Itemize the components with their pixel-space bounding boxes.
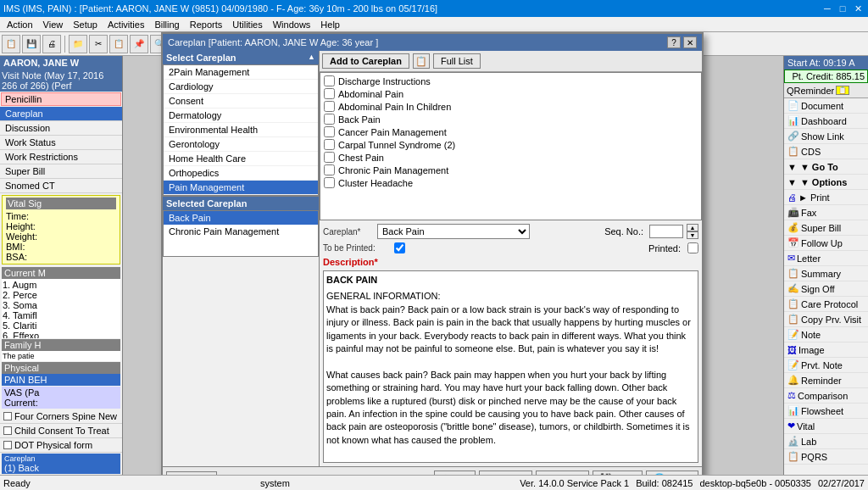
careplan-select[interactable]: Back Pain	[377, 224, 530, 239]
checkbox-corners[interactable]	[3, 412, 12, 420]
careplan-list-item-pain-mgmt[interactable]: Pain Management	[164, 181, 318, 195]
checkbox-cancer[interactable]	[324, 126, 335, 137]
checkbox-item-chest[interactable]: Chest Pain	[322, 151, 699, 164]
checkbox-item-carpal[interactable]: Carpal Tunnel Syndrome (2)	[322, 138, 699, 151]
seq-up-btn[interactable]: ▲	[687, 224, 698, 231]
checkbox-item-cancer[interactable]: Cancer Pain Management	[322, 125, 699, 138]
right-item-showlink[interactable]: 🔗 Show Link	[784, 129, 868, 144]
bottom-sidebar-item-corners[interactable]: Four Corners Spine New	[0, 409, 122, 424]
selected-careplan-list[interactable]: Back Pain Chronic Pain Management	[163, 210, 319, 257]
checkbox-abdominal-children[interactable]	[324, 101, 335, 112]
checkbox-item-abdominal[interactable]: Abdominal Pain	[322, 87, 699, 100]
checkbox-consent[interactable]	[3, 426, 12, 435]
right-item-fax[interactable]: 📠 Fax	[784, 205, 868, 220]
right-item-superbill[interactable]: 💰 Super Bill	[784, 220, 868, 236]
careplan-list-item-cardiology[interactable]: Cardiology	[164, 80, 318, 94]
careplan-list-item-home-health[interactable]: Home Health Care	[164, 152, 318, 166]
checkbox-chest[interactable]	[324, 152, 335, 163]
right-item-care-protocol[interactable]: 📋 Care Protocol	[784, 297, 868, 312]
right-item-comparison[interactable]: ⚖ Comparison	[784, 388, 868, 404]
menu-utilities[interactable]: Utilities	[227, 19, 267, 31]
sidebar-item-super-bill[interactable]: Super Bill	[0, 164, 122, 179]
careplan-list-item-env-health[interactable]: Environmental Health	[164, 123, 318, 137]
right-item-reminder[interactable]: 🔔 Reminder	[784, 373, 868, 388]
checkbox-item-discharge[interactable]: Discharge Instructions	[322, 75, 699, 87]
menu-help[interactable]: Help	[315, 19, 345, 31]
right-item-flowsheet[interactable]: 📊 Flowsheet	[784, 404, 868, 419]
selected-item-backpain[interactable]: Back Pain	[164, 211, 318, 225]
toolbar-btn-3[interactable]: 🖨	[42, 35, 61, 53]
checkbox-carpal[interactable]	[324, 139, 335, 150]
careplan-list[interactable]: 2Pain Management Cardiology Consent Derm…	[163, 64, 319, 196]
sidebar-item-discussion[interactable]: Discussion	[0, 121, 122, 136]
minimize-button[interactable]: ─	[821, 2, 834, 15]
menu-windows[interactable]: Windows	[268, 19, 316, 31]
printed-checkbox[interactable]	[687, 242, 698, 253]
right-item-dashboard[interactable]: 📊 Dashboard	[784, 114, 868, 129]
bottom-sidebar-item-dot[interactable]: DOT Physical form	[0, 438, 122, 453]
seq-no-input[interactable]	[649, 225, 683, 238]
right-item-letter[interactable]: ✉ Letter	[784, 251, 868, 266]
sidebar-item-work-status[interactable]: Work Status	[0, 136, 122, 150]
right-item-goto[interactable]: ▼ ▼ Go To	[784, 159, 868, 175]
selected-item-chronic[interactable]: Chronic Pain Management	[164, 225, 318, 238]
checkbox-dot[interactable]	[3, 441, 12, 449]
toolbar-btn-6[interactable]: 📋	[109, 35, 128, 53]
checkbox-discharge[interactable]	[324, 75, 335, 86]
right-item-signoff[interactable]: ✍ Sign Off	[784, 281, 868, 297]
full-list-button[interactable]: Full List	[433, 53, 481, 69]
seq-down-btn[interactable]: ▼	[687, 231, 698, 239]
checkbox-cluster[interactable]	[324, 177, 335, 188]
sidebar-item-snomed[interactable]: Snomed CT	[0, 179, 122, 193]
maximize-button[interactable]: □	[836, 2, 849, 15]
fax-icon: 📠	[787, 207, 799, 218]
sidebar-item-careplan[interactable]: Careplan	[0, 107, 122, 121]
right-item-vital[interactable]: ❤ Vital	[784, 419, 868, 434]
right-item-image[interactable]: 🖼 Image	[784, 342, 868, 358]
right-item-copy-prv[interactable]: 📋 Copy Prv. Visit	[784, 312, 868, 327]
right-item-note[interactable]: 📝 Note	[784, 327, 868, 342]
menu-reports[interactable]: Reports	[185, 19, 228, 31]
right-item-cds[interactable]: 📋 CDS	[784, 144, 868, 159]
menu-billing[interactable]: Billing	[149, 19, 184, 31]
checkbox-chronic[interactable]	[324, 164, 335, 175]
checkbox-item-cluster[interactable]: Cluster Headache	[322, 176, 699, 189]
careplan-list-item-orthopedics[interactable]: Orthopedics	[164, 166, 318, 181]
careplan-list-item-2pain[interactable]: 2Pain Management	[164, 65, 318, 80]
menu-setup[interactable]: Setup	[68, 19, 103, 31]
toolbar-btn-4[interactable]: 📁	[69, 35, 87, 53]
menu-action[interactable]: Action	[2, 19, 38, 31]
right-item-options[interactable]: ▼ ▼ Options	[784, 175, 868, 190]
checkbox-item-chronic[interactable]: Chronic Pain Management	[322, 164, 699, 176]
careplan-list-item-dermatology[interactable]: Dermatology	[164, 109, 318, 123]
toolbar-btn-2[interactable]: 💾	[22, 35, 41, 53]
right-item-print[interactable]: 🖨 ► Print	[784, 190, 868, 205]
qreminder[interactable]: QReminder 📋	[784, 83, 868, 98]
checkbox-backpain[interactable]	[324, 114, 335, 125]
close-button[interactable]: ✕	[851, 2, 865, 15]
add-careplan-icon[interactable]: 📋	[413, 53, 430, 69]
add-to-careplan-button[interactable]: Add to Careplan	[322, 53, 409, 69]
careplan-list-item-consent[interactable]: Consent	[164, 94, 318, 109]
checkbox-item-abdominal-children[interactable]: Abdominal Pain In Children	[322, 100, 699, 113]
menu-view[interactable]: View	[38, 19, 69, 31]
checkbox-item-backpain[interactable]: Back Pain	[322, 113, 699, 125]
careplan-list-item-gerontology[interactable]: Gerontology	[164, 137, 318, 152]
right-item-document[interactable]: 📄 Document	[784, 98, 868, 114]
right-item-prvt-note[interactable]: 📝 Prvt. Note	[784, 358, 868, 373]
right-item-lab[interactable]: 🔬 Lab	[784, 434, 868, 449]
right-item-pqrs[interactable]: 📋 PQRS	[784, 449, 868, 465]
to-be-printed-checkbox[interactable]	[394, 242, 405, 253]
lab-icon: 🔬	[787, 436, 799, 447]
toolbar-btn-7[interactable]: 📌	[130, 35, 148, 53]
bottom-sidebar-item-consent[interactable]: Child Consent To Treat	[0, 424, 122, 438]
modal-help-button[interactable]: ?	[667, 36, 681, 48]
sidebar-item-work-restrictions[interactable]: Work Restrictions	[0, 150, 122, 164]
right-item-followup[interactable]: 📅 Follow Up	[784, 236, 868, 251]
modal-close-x-button[interactable]: ✕	[683, 36, 697, 48]
toolbar-btn-1[interactable]: 📋	[2, 35, 20, 53]
checkbox-abdominal[interactable]	[324, 88, 335, 99]
menu-activities[interactable]: Activities	[103, 19, 149, 31]
toolbar-btn-5[interactable]: ✂	[89, 35, 108, 53]
right-item-summary[interactable]: 📋 Summary	[784, 266, 868, 281]
